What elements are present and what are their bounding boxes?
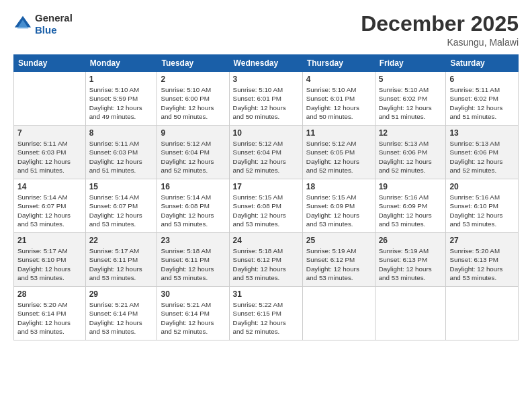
- table-row: 3Sunrise: 5:10 AMSunset: 6:01 PMDaylight…: [229, 72, 302, 126]
- title-block: December 2025 Kasungu, Malawi: [361, 12, 519, 48]
- day-info: Sunrise: 5:17 AMSunset: 6:11 PMDaylight:…: [89, 246, 154, 282]
- day-number: 3: [233, 75, 299, 84]
- day-number: 24: [233, 236, 299, 245]
- location: Kasungu, Malawi: [361, 37, 519, 48]
- calendar-week-row: 1Sunrise: 5:10 AMSunset: 5:59 PMDaylight…: [14, 72, 519, 126]
- day-number: 12: [379, 128, 443, 138]
- day-info: Sunrise: 5:14 AMSunset: 6:07 PMDaylight:…: [17, 193, 82, 228]
- day-info: Sunrise: 5:13 AMSunset: 6:06 PMDaylight:…: [379, 139, 443, 175]
- table-row: 27Sunrise: 5:20 AMSunset: 6:13 PMDayligh…: [446, 233, 519, 287]
- table-row: 25Sunrise: 5:19 AMSunset: 6:12 PMDayligh…: [302, 233, 375, 287]
- logo: General Blue: [13, 12, 73, 36]
- table-row: [375, 287, 446, 340]
- day-info: Sunrise: 5:16 AMSunset: 6:09 PMDaylight:…: [379, 193, 443, 228]
- day-number: 20: [449, 182, 515, 191]
- day-info: Sunrise: 5:11 AMSunset: 6:02 PMDaylight:…: [449, 85, 515, 121]
- day-number: 15: [89, 182, 154, 191]
- day-info: Sunrise: 5:11 AMSunset: 6:03 PMDaylight:…: [17, 139, 82, 175]
- day-number: 2: [161, 75, 225, 84]
- table-row: 7Sunrise: 5:11 AMSunset: 6:03 PMDaylight…: [14, 126, 86, 179]
- table-row: 10Sunrise: 5:12 AMSunset: 6:04 PMDayligh…: [229, 126, 302, 179]
- table-row: 24Sunrise: 5:18 AMSunset: 6:12 PMDayligh…: [229, 233, 302, 287]
- day-number: 30: [161, 289, 225, 299]
- col-saturday: Saturday: [446, 55, 519, 72]
- calendar-week-row: 28Sunrise: 5:20 AMSunset: 6:14 PMDayligh…: [14, 287, 519, 340]
- day-info: Sunrise: 5:21 AMSunset: 6:14 PMDaylight:…: [161, 300, 225, 336]
- table-row: 5Sunrise: 5:10 AMSunset: 6:02 PMDaylight…: [375, 72, 446, 126]
- day-number: 4: [306, 75, 371, 84]
- day-number: 1: [89, 75, 154, 84]
- day-info: Sunrise: 5:13 AMSunset: 6:06 PMDaylight:…: [449, 139, 515, 175]
- day-info: Sunrise: 5:22 AMSunset: 6:15 PMDaylight:…: [233, 300, 299, 336]
- table-row: 17Sunrise: 5:15 AMSunset: 6:08 PMDayligh…: [229, 179, 302, 233]
- logo-icon: [13, 15, 32, 34]
- day-info: Sunrise: 5:12 AMSunset: 6:05 PMDaylight:…: [306, 139, 371, 175]
- table-row: 18Sunrise: 5:15 AMSunset: 6:09 PMDayligh…: [302, 179, 375, 233]
- table-row: 12Sunrise: 5:13 AMSunset: 6:06 PMDayligh…: [375, 126, 446, 179]
- table-row: 8Sunrise: 5:11 AMSunset: 6:03 PMDaylight…: [85, 126, 157, 179]
- day-number: 13: [449, 128, 515, 138]
- logo-general-text: General: [35, 12, 73, 24]
- day-number: 5: [379, 75, 443, 84]
- day-info: Sunrise: 5:19 AMSunset: 6:12 PMDaylight:…: [306, 246, 371, 282]
- day-number: 18: [306, 182, 371, 191]
- day-info: Sunrise: 5:12 AMSunset: 6:04 PMDaylight:…: [161, 139, 225, 175]
- day-info: Sunrise: 5:10 AMSunset: 6:02 PMDaylight:…: [379, 85, 443, 121]
- table-row: [302, 287, 375, 340]
- day-number: 31: [233, 289, 299, 299]
- day-info: Sunrise: 5:17 AMSunset: 6:10 PMDaylight:…: [17, 246, 82, 282]
- table-row: 30Sunrise: 5:21 AMSunset: 6:14 PMDayligh…: [157, 287, 229, 340]
- day-number: 19: [379, 182, 443, 191]
- logo-blue-text: Blue: [35, 24, 57, 36]
- day-info: Sunrise: 5:10 AMSunset: 6:01 PMDaylight:…: [306, 85, 371, 121]
- day-number: 16: [161, 182, 225, 191]
- day-number: 6: [449, 75, 515, 84]
- day-number: 17: [233, 182, 299, 191]
- day-info: Sunrise: 5:10 AMSunset: 5:59 PMDaylight:…: [89, 85, 154, 121]
- logo-text: General Blue: [35, 12, 73, 36]
- col-wednesday: Wednesday: [229, 55, 302, 72]
- day-info: Sunrise: 5:12 AMSunset: 6:04 PMDaylight:…: [233, 139, 299, 175]
- table-row: 21Sunrise: 5:17 AMSunset: 6:10 PMDayligh…: [14, 233, 86, 287]
- col-monday: Monday: [85, 55, 157, 72]
- table-row: 26Sunrise: 5:19 AMSunset: 6:13 PMDayligh…: [375, 233, 446, 287]
- day-number: 22: [89, 236, 154, 245]
- table-row: 22Sunrise: 5:17 AMSunset: 6:11 PMDayligh…: [85, 233, 157, 287]
- table-row: 16Sunrise: 5:14 AMSunset: 6:08 PMDayligh…: [157, 179, 229, 233]
- col-tuesday: Tuesday: [157, 55, 229, 72]
- calendar-week-row: 21Sunrise: 5:17 AMSunset: 6:10 PMDayligh…: [14, 233, 519, 287]
- day-info: Sunrise: 5:15 AMSunset: 6:08 PMDaylight:…: [233, 193, 299, 228]
- table-row: 14Sunrise: 5:14 AMSunset: 6:07 PMDayligh…: [14, 179, 86, 233]
- table-row: 4Sunrise: 5:10 AMSunset: 6:01 PMDaylight…: [302, 72, 375, 126]
- table-row: 19Sunrise: 5:16 AMSunset: 6:09 PMDayligh…: [375, 179, 446, 233]
- calendar-table: Sunday Monday Tuesday Wednesday Thursday…: [13, 54, 519, 340]
- day-number: 9: [161, 128, 225, 138]
- day-number: 10: [233, 128, 299, 138]
- day-number: 29: [89, 289, 154, 299]
- table-row: 20Sunrise: 5:16 AMSunset: 6:10 PMDayligh…: [446, 179, 519, 233]
- day-info: Sunrise: 5:18 AMSunset: 6:11 PMDaylight:…: [161, 246, 225, 282]
- day-info: Sunrise: 5:20 AMSunset: 6:13 PMDaylight:…: [449, 246, 515, 282]
- header: General Blue December 2025 Kasungu, Mala…: [13, 12, 519, 48]
- day-info: Sunrise: 5:14 AMSunset: 6:08 PMDaylight:…: [161, 193, 225, 228]
- calendar-week-row: 14Sunrise: 5:14 AMSunset: 6:07 PMDayligh…: [14, 179, 519, 233]
- day-info: Sunrise: 5:10 AMSunset: 6:00 PMDaylight:…: [161, 85, 225, 121]
- calendar-header-row: Sunday Monday Tuesday Wednesday Thursday…: [14, 55, 519, 72]
- day-info: Sunrise: 5:16 AMSunset: 6:10 PMDaylight:…: [449, 193, 515, 228]
- table-row: 11Sunrise: 5:12 AMSunset: 6:05 PMDayligh…: [302, 126, 375, 179]
- day-number: 28: [17, 289, 82, 299]
- day-number: 11: [306, 128, 371, 138]
- day-number: 8: [89, 128, 154, 138]
- day-info: Sunrise: 5:20 AMSunset: 6:14 PMDaylight:…: [17, 300, 82, 336]
- table-row: 13Sunrise: 5:13 AMSunset: 6:06 PMDayligh…: [446, 126, 519, 179]
- table-row: 31Sunrise: 5:22 AMSunset: 6:15 PMDayligh…: [229, 287, 302, 340]
- table-row: 23Sunrise: 5:18 AMSunset: 6:11 PMDayligh…: [157, 233, 229, 287]
- day-number: 27: [449, 236, 515, 245]
- day-number: 25: [306, 236, 371, 245]
- table-row: 28Sunrise: 5:20 AMSunset: 6:14 PMDayligh…: [14, 287, 86, 340]
- day-info: Sunrise: 5:14 AMSunset: 6:07 PMDaylight:…: [89, 193, 154, 228]
- table-row: [446, 287, 519, 340]
- col-friday: Friday: [375, 55, 446, 72]
- table-row: 9Sunrise: 5:12 AMSunset: 6:04 PMDaylight…: [157, 126, 229, 179]
- month-title: December 2025: [361, 12, 519, 36]
